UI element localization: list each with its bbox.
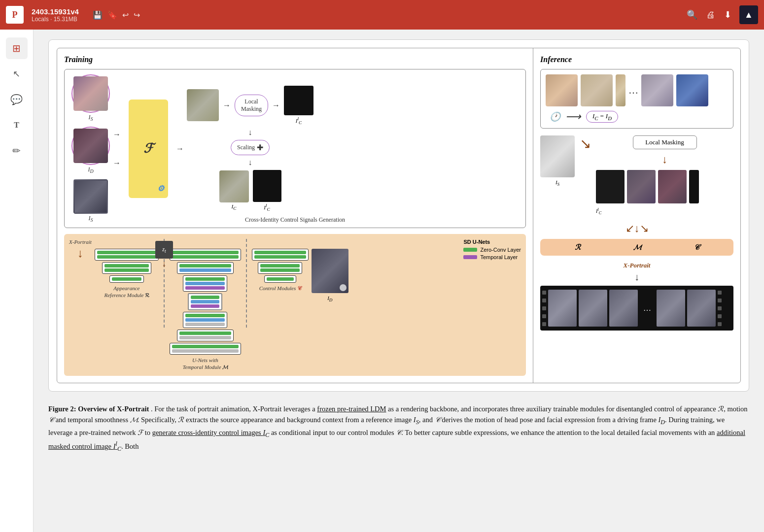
unet-diagram: X-Portrait ↓ zt ↓ xyxy=(69,239,521,371)
bottom-ic-group: IC xyxy=(219,170,249,211)
face-circle-id xyxy=(71,127,110,165)
inference-face-row: … xyxy=(546,74,728,106)
control-module-label: Control Modules 𝒞 xyxy=(259,285,301,292)
topbar-right-actions: 🔍 🖨 ⬇ xyxy=(687,9,731,20)
film-hole-r3 xyxy=(718,306,722,310)
redo-icon[interactable]: ↪ xyxy=(134,10,140,20)
orange-down-inf: ↓ xyxy=(596,153,733,166)
ctrl-enc-2-wrap xyxy=(252,262,309,274)
caption-body: . For the task of portrait animation, X-… xyxy=(48,405,748,451)
sidebar-item-draw[interactable]: ✏ xyxy=(6,140,28,162)
film-frame-4 xyxy=(657,290,685,327)
inf-face-frame-3 xyxy=(658,170,687,203)
zt-box: zt xyxy=(155,241,173,259)
middle-top-row: → LocalMasking → IlC xyxy=(187,86,313,125)
inference-frames-row xyxy=(596,170,733,203)
temp-enc-1 xyxy=(170,249,241,261)
profile-icon: ▲ xyxy=(744,10,753,20)
xportrait-section: X-Portrait ↓ xyxy=(69,239,92,260)
inf-face-2 xyxy=(581,74,613,106)
film-hole-3 xyxy=(542,306,546,310)
temp-dec-2-wrap xyxy=(170,330,241,341)
legend: SD U-Nets Zero-Conv Layer Temporal Layer xyxy=(463,239,521,262)
figure-caption: Figure 2: Overview of X-Portrait . For t… xyxy=(48,403,749,454)
bottom-ic-row: IC IlC xyxy=(219,170,281,212)
figure-container: Training IS xyxy=(48,39,749,392)
ic-id-equation-box: IC = ID xyxy=(586,111,618,123)
legend-temporal: Temporal Layer xyxy=(463,254,521,260)
film-holes-left xyxy=(542,291,546,326)
inf-source-column: IS xyxy=(540,135,575,187)
temp-enc-2-wrap xyxy=(170,262,241,274)
orange-arrow-rmc: ↙↓↘ xyxy=(625,222,649,235)
appearance-module: AppearanceReference Module 𝓡 xyxy=(95,249,159,299)
big-orange-arrow-left: ↘ xyxy=(580,135,591,152)
zt-label: zt xyxy=(162,246,166,254)
xportrait-inference-box: ℛ 𝓜 𝒞 xyxy=(540,239,733,256)
m-symbol: 𝓜 xyxy=(633,243,641,252)
temporal-module: U-Nets withTemporal Module 𝓜 xyxy=(170,249,241,371)
document-subtitle: Locals · 15.31MB xyxy=(32,16,79,23)
inference-ellipsis: … xyxy=(628,85,638,96)
inference-equation-row: 🕐 ⟶ IC = ID xyxy=(546,110,728,123)
zt-section: zt ↓ xyxy=(155,241,173,269)
save-icon[interactable]: 💾 xyxy=(93,10,103,20)
temp-dec-3 xyxy=(183,312,227,328)
temp-enc-2 xyxy=(177,262,234,274)
download-icon[interactable]: ⬇ xyxy=(724,9,731,20)
cross-identity-label: Cross-Identity Control Signals Generatio… xyxy=(245,216,345,224)
sidebar-item-grid[interactable]: ⊞ xyxy=(6,37,28,59)
text-icon: T xyxy=(14,121,19,130)
scaling-box: Scaling ✚ xyxy=(231,140,270,155)
undo-icon[interactable]: ↩ xyxy=(122,10,129,20)
search-icon[interactable]: 🔍 xyxy=(687,9,697,20)
local-masking-inf-wrap: Local Masking xyxy=(596,135,733,149)
face-label-is-top: IS xyxy=(71,114,110,122)
sidebar-item-annotate[interactable]: 💬 xyxy=(6,89,28,110)
main-layout: ⊞ ↖ 💬 T ✏ Training xyxy=(0,30,764,532)
temporal-color xyxy=(463,255,477,259)
ic-face-group xyxy=(187,89,219,121)
scaling-row: Scaling ✚ xyxy=(231,140,270,155)
caption-title: Overview of X-Portrait xyxy=(78,405,149,413)
inference-title: Inference xyxy=(540,55,733,64)
control-module: Control Modules 𝒞 xyxy=(252,249,309,292)
down-arrow-bottom: ↓ xyxy=(248,158,252,167)
sidebar-item-cursor[interactable]: ↖ xyxy=(6,63,28,85)
down-arrow-to-film: ↓ xyxy=(634,271,639,282)
film-hole-2 xyxy=(542,299,546,302)
x-portrait-inf-label: X-Portrait xyxy=(540,262,733,269)
c-symbol: 𝒞 xyxy=(694,243,699,252)
app-enc-3-wrap xyxy=(95,275,159,283)
inf-right-column: Local Masking ↓ xyxy=(596,135,733,215)
temp-enc-3-wrap xyxy=(170,275,241,292)
zero-conv-label: Zero-Conv Layer xyxy=(480,247,521,253)
film-hole-1 xyxy=(542,291,546,295)
inf-source-face xyxy=(540,135,575,177)
content-area[interactable]: Training IS xyxy=(34,30,764,532)
scaling-label: Scaling xyxy=(237,144,255,151)
ctrl-enc-3 xyxy=(264,275,296,283)
dashed-divider-2 xyxy=(246,239,247,328)
face-thumb-ic xyxy=(187,89,219,121)
bookmark-icon[interactable]: 🔖 xyxy=(107,10,117,20)
inf-face-1 xyxy=(546,74,578,106)
sidebar-item-text[interactable]: T xyxy=(6,114,28,136)
print-icon[interactable]: 🖨 xyxy=(706,10,715,20)
inference-middle: IS ↘ Local Masking xyxy=(540,135,733,215)
face-thumb-ic-bottom xyxy=(219,170,249,202)
id-video-label: ID xyxy=(327,295,332,302)
training-top-section: IS ID xyxy=(64,69,526,228)
dark-box-bottom xyxy=(253,170,281,202)
draw-icon: ✏ xyxy=(12,145,21,157)
orange-arrow-icon-left: ↘ xyxy=(580,135,591,152)
inf-frame-labels: IlC xyxy=(596,207,733,215)
film-strip: … xyxy=(540,286,733,331)
app-enc-blocks xyxy=(95,249,159,283)
sidebar: ⊞ ↖ 💬 T ✏ xyxy=(0,30,34,532)
orange-down-arrow-xportrait: ↓ xyxy=(77,247,83,260)
ctrl-enc-blocks xyxy=(252,249,309,283)
legend-zero-conv: Zero-Conv Layer xyxy=(463,247,521,253)
profile-button[interactable]: ▲ xyxy=(739,5,758,24)
inf-face-3 xyxy=(616,74,625,106)
